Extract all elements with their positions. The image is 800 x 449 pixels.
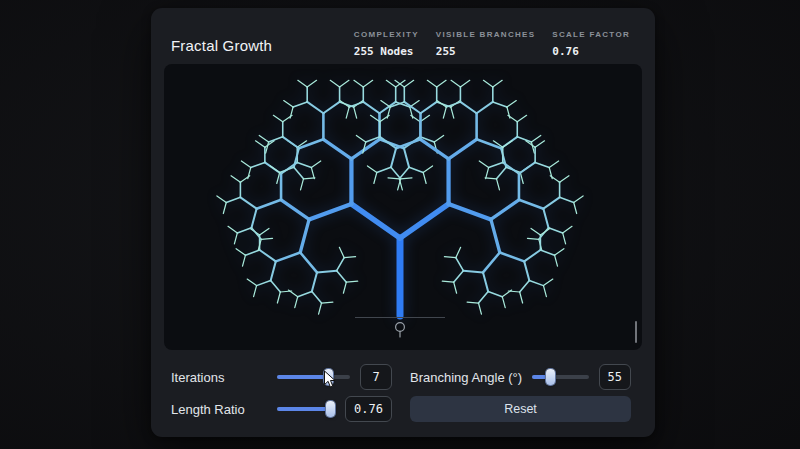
reset-button[interactable]: Reset bbox=[410, 396, 631, 422]
stat-label: SCALE FACTOR bbox=[552, 30, 630, 39]
length-ratio-label: Length Ratio bbox=[171, 402, 267, 417]
ground-line bbox=[355, 317, 445, 318]
controls-panel: Iterations 7 Branching Angle (°) 55 Leng… bbox=[171, 363, 631, 423]
stat-label: COMPLEXITY bbox=[354, 30, 419, 39]
iterations-slider-thumb[interactable] bbox=[324, 369, 333, 385]
slider-fill bbox=[277, 407, 330, 411]
stat-scale-factor: SCALE FACTOR 0.76 bbox=[552, 30, 630, 58]
stats-group: COMPLEXITY 255 Nodes VISIBLE BRANCHES 25… bbox=[354, 30, 630, 58]
length-ratio-control: Length Ratio 0.76 bbox=[171, 395, 392, 423]
branching-angle-slider[interactable] bbox=[532, 369, 588, 385]
canvas-scrollbar-thumb[interactable] bbox=[635, 321, 637, 343]
panel-header: Fractal Growth COMPLEXITY 255 Nodes VISI… bbox=[151, 8, 655, 64]
iterations-value-box[interactable]: 7 bbox=[360, 364, 392, 390]
fractal-growth-panel: Fractal Growth COMPLEXITY 255 Nodes VISI… bbox=[151, 8, 655, 437]
stat-value: 0.76 bbox=[552, 45, 579, 58]
stat-label: VISIBLE BRANCHES bbox=[436, 30, 535, 39]
iterations-slider[interactable] bbox=[277, 369, 350, 385]
stat-value: 255 bbox=[436, 45, 456, 58]
page-title: Fractal Growth bbox=[171, 37, 272, 54]
length-ratio-value-box[interactable]: 0.76 bbox=[345, 396, 392, 422]
fractal-canvas bbox=[164, 64, 642, 350]
stat-complexity: COMPLEXITY 255 Nodes bbox=[354, 30, 419, 58]
iterations-label: Iterations bbox=[171, 370, 267, 385]
branching-angle-slider-thumb[interactable] bbox=[546, 369, 555, 385]
branching-angle-control: Branching Angle (°) 55 bbox=[410, 363, 631, 391]
tree-base-icon bbox=[392, 321, 408, 339]
fractal-tree-visualization bbox=[164, 64, 642, 350]
branching-angle-label: Branching Angle (°) bbox=[410, 370, 522, 385]
slider-fill bbox=[277, 375, 328, 379]
stat-visible-branches: VISIBLE BRANCHES 255 bbox=[436, 30, 535, 58]
branching-angle-value-box[interactable]: 55 bbox=[599, 364, 631, 390]
iterations-control: Iterations 7 bbox=[171, 363, 392, 391]
stat-value: 255 Nodes bbox=[354, 45, 414, 58]
length-ratio-slider-thumb[interactable] bbox=[326, 401, 335, 417]
length-ratio-slider[interactable] bbox=[277, 401, 335, 417]
